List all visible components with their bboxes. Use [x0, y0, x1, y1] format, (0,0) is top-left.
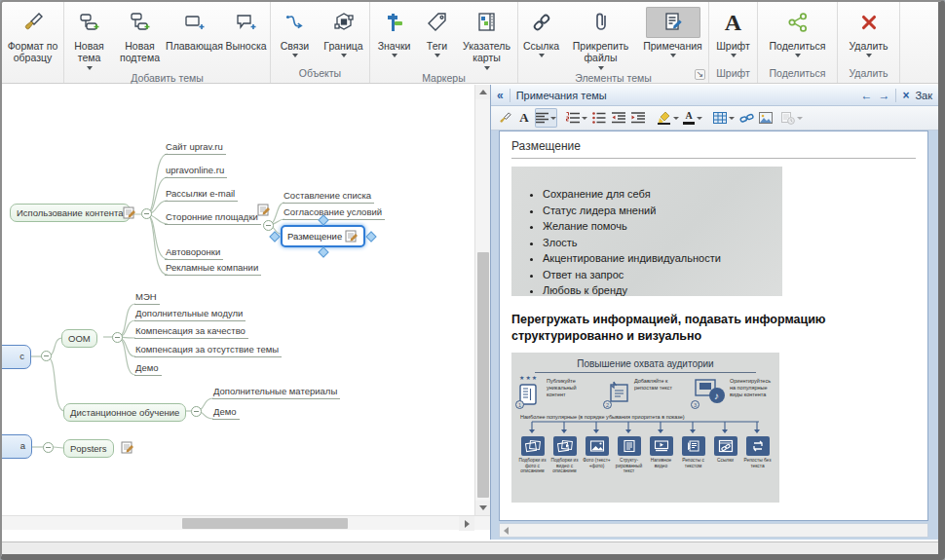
ribbon-group-format-painter: Формат по образцу — [2, 2, 64, 83]
collapse-toggle[interactable] — [263, 220, 274, 231]
topic-note-icon[interactable] — [123, 206, 136, 219]
insert-table-button[interactable] — [712, 108, 736, 128]
topic-avtovoronki[interactable]: Автоворонки — [165, 246, 223, 260]
topic-dop-materialy[interactable]: Дополнительные материалы — [212, 386, 340, 399]
close-panel-label[interactable]: Зак — [915, 90, 932, 101]
topic-razmeshenie-selected[interactable]: Размещение — [281, 225, 365, 247]
topic-komp-kachestvo[interactable]: Компенсация за качество — [134, 325, 248, 339]
ribbon-group-share: Поделиться Поделиться — [758, 2, 838, 83]
share-button[interactable]: Поделиться — [760, 5, 836, 65]
topic-sait-uprav[interactable]: Сайт uprav.ru — [165, 141, 226, 155]
links-icon — [714, 436, 737, 456]
outdent-button[interactable] — [610, 108, 627, 128]
scroll-right-arrow[interactable] — [459, 516, 474, 531]
infographic-step: ♪ 3 Ориентируйтесь на популярные виды ко… — [694, 378, 773, 407]
nav-back-icon[interactable]: ← — [860, 90, 872, 101]
topic-note-icon[interactable] — [345, 230, 359, 243]
note-editor[interactable]: Размещение Сохранение для себя Статус ли… — [499, 131, 928, 521]
topic-cut-1[interactable]: с — [2, 345, 31, 369]
collapse-toggle[interactable] — [141, 208, 152, 219]
collapse-toggle[interactable] — [191, 406, 202, 417]
indent-button[interactable] — [629, 108, 647, 128]
native-video-icon — [650, 436, 673, 456]
hyperlink-button[interactable]: Ссылка — [519, 5, 564, 70]
highlight-button[interactable] — [656, 108, 680, 128]
notes-format-toolbar: A A — [491, 106, 938, 131]
topic-ispolzovanie-kontenta[interactable]: Использование контента — [10, 204, 131, 222]
topic-note-icon[interactable] — [121, 441, 134, 454]
icons-button[interactable]: Значки — [371, 5, 418, 70]
topic-storonnie[interactable]: Сторонние площадки — [165, 211, 261, 225]
topic-soglasovanie[interactable]: Согласование условий — [283, 206, 385, 220]
content-type-item: Ссылки — [709, 435, 741, 474]
tags-button[interactable]: Теги — [418, 5, 457, 70]
hyperlink-icon — [522, 7, 561, 38]
topic-upravonline[interactable]: upravonline.ru — [165, 165, 227, 178]
nav-forward-icon[interactable]: → — [878, 90, 889, 101]
topic-oom[interactable]: ООМ — [61, 329, 97, 348]
scroll-down-arrow[interactable] — [475, 501, 491, 515]
collapse-toggle[interactable] — [43, 442, 54, 453]
boundary-button[interactable]: Граница — [319, 5, 369, 65]
topic-demo-2[interactable]: Демо — [212, 406, 240, 420]
ribbon-group-topic-elements: Ссылка Прикрепить файлы Примечания — [518, 2, 709, 83]
new-topic-icon — [70, 7, 109, 38]
callout-button[interactable]: Выноска — [223, 5, 270, 70]
content-type-item: Подборки из фото с описанием — [516, 435, 548, 474]
notes-hscrollbar[interactable] — [499, 523, 928, 538]
collapse-panel-icon[interactable]: « — [497, 90, 504, 101]
delete-button[interactable]: Удалить — [840, 5, 898, 65]
dropdown-caret — [435, 54, 440, 57]
topic-men[interactable]: МЭН — [134, 291, 160, 305]
map-index-button[interactable]: Указатель карты — [457, 5, 517, 70]
format-painter-icon — [14, 7, 53, 38]
notes-button[interactable]: Примечания — [638, 5, 708, 70]
topic-dist-obuchenie[interactable]: Дистанционное обучение — [63, 403, 186, 422]
attach-files-button[interactable]: Прикрепить файлы — [564, 5, 638, 70]
notes-hyperlink-button[interactable] — [737, 108, 755, 128]
scroll-up-arrow[interactable] — [475, 85, 491, 99]
topic-demo-1[interactable]: Демо — [134, 362, 162, 376]
floating-topic-button[interactable]: Плавающая — [167, 5, 223, 70]
close-panel-icon[interactable]: × — [902, 90, 909, 101]
vscroll-thumb[interactable] — [477, 252, 489, 498]
collapse-toggle[interactable] — [41, 351, 52, 361]
topic-komp-otsutstvie[interactable]: Компенсация за отсутствие темы — [134, 344, 282, 357]
topic-dop-moduli[interactable]: Дополнительные модули — [134, 308, 246, 321]
font-color-button[interactable]: A — [682, 108, 703, 128]
topic-cut-2[interactable]: а — [2, 434, 32, 459]
ribbon-spacer — [900, 2, 938, 83]
notes-icon — [646, 7, 700, 38]
topic-reklamnye[interactable]: Рекламные компании — [165, 262, 261, 276]
hscroll-thumb[interactable] — [182, 518, 348, 529]
collapse-toggle[interactable] — [112, 332, 123, 343]
topic-sostavlenie[interactable]: Составление списка — [283, 190, 374, 204]
note-paragraph: Перегружать информацией, подавать информ… — [511, 312, 928, 345]
font-button[interactable]: A Шрифт — [710, 5, 757, 65]
notes-font-button[interactable]: A — [515, 108, 533, 128]
dropdown-caret — [392, 54, 397, 57]
topic-rassylki[interactable]: Рассылки e-mail — [165, 188, 238, 202]
format-painter-button[interactable]: Формат по образцу — [3, 5, 63, 65]
relationship-button[interactable]: Связи — [272, 5, 319, 65]
group-label: Маркеры — [370, 70, 517, 86]
topic-popsters[interactable]: Popsters — [63, 439, 114, 458]
notes-format-painter-button[interactable] — [496, 108, 513, 128]
canvas-vscrollbar[interactable] — [474, 85, 490, 515]
canvas-hscrollbar[interactable] — [2, 515, 490, 530]
numbered-list-button[interactable] — [565, 108, 588, 128]
repost-no-text-icon — [746, 436, 770, 456]
group-label: Шрифт — [709, 65, 757, 83]
dialog-launcher-icon[interactable]: ↘ — [695, 69, 705, 80]
icon-markers-icon — [375, 7, 414, 38]
bullet-list-button[interactable] — [590, 108, 608, 128]
insert-image-button[interactable] — [757, 108, 775, 128]
insert-timestamp-button[interactable] — [780, 108, 804, 128]
align-button[interactable] — [535, 108, 557, 128]
topic-note-icon[interactable] — [257, 204, 271, 216]
paperclip-icon — [582, 7, 621, 38]
new-subtopic-button[interactable]: Новая подтема — [114, 5, 167, 70]
new-topic-button[interactable]: Новая тема — [65, 5, 114, 70]
map-canvas[interactable]: Использование контента Сайт uprav.ru upr… — [2, 85, 474, 515]
notes-scroll-left-arrow[interactable] — [504, 527, 509, 535]
